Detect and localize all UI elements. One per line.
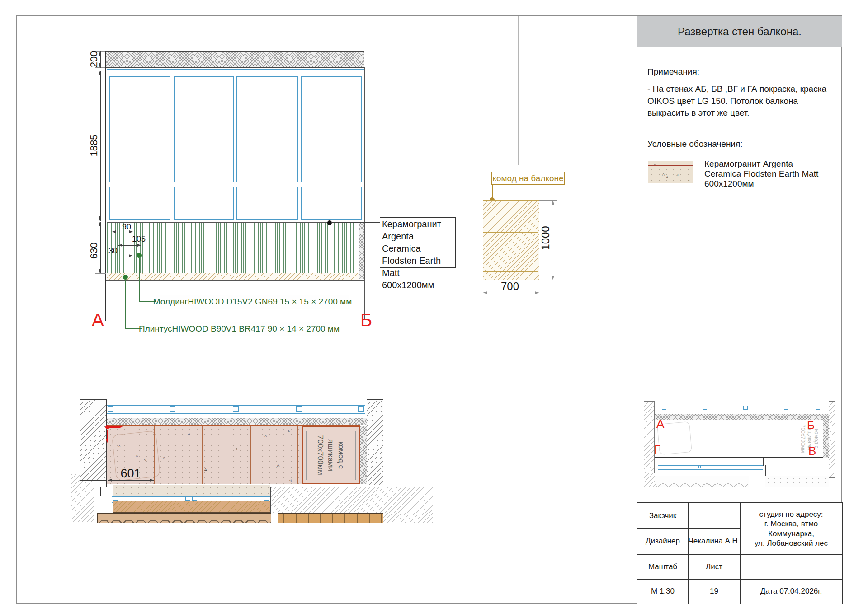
dim-panel: 630 — [90, 241, 99, 261]
texture-triangle: ▵ — [136, 453, 138, 459]
dim-wall: 1885 — [90, 133, 99, 158]
dim-105: 105 — [132, 234, 146, 244]
elevation-wall-line-right — [364, 67, 365, 320]
dim-30: 30 — [108, 246, 118, 256]
legend-tile-swatch: ◃ △ ▵ ◃ ▵ — [648, 161, 693, 183]
client-label: Закзчик — [637, 503, 688, 528]
miniplan-wall-g: Г — [654, 444, 660, 455]
designer-value: Чекалина А.Н. — [688, 528, 740, 554]
sheet-title-bar: Развертка стен балкона. — [637, 16, 842, 47]
dresser-label-box: комод на балконе — [491, 172, 565, 185]
dim-ceiling: 200 — [90, 50, 99, 68]
plan-floor-strip — [113, 485, 270, 496]
miniplan-railing-top — [655, 405, 822, 411]
window-pane — [174, 76, 234, 182]
legend-heading: Условные обозначения: — [647, 139, 743, 149]
date-value: Дата 07.04.2026г. — [740, 579, 842, 604]
studio-address: студия по адресу: г. Москва, втмо Коммун… — [740, 503, 842, 554]
window-pane — [301, 187, 362, 220]
tile-joint — [154, 426, 155, 484]
tile-joint — [297, 426, 298, 484]
window-pane — [236, 76, 298, 182]
wall-letter-b: Б — [360, 311, 372, 329]
plan-dresser-text: комод с ящиками 700х700мм — [303, 427, 359, 483]
skirting-strip — [107, 273, 359, 281]
miniplan-wall-b: Б — [807, 419, 815, 431]
plan-step-band — [113, 501, 271, 513]
sheet-number: 19 — [688, 579, 740, 604]
notes-heading: Примечания: — [647, 67, 699, 77]
legend-item-text: Керамогранит Argenta Ceramica Flodsten E… — [704, 159, 818, 189]
plan-dresser: комод с ящиками 700х700мм — [302, 426, 360, 484]
molding-marker-dot — [137, 253, 142, 258]
miniplan-wall-a: А — [656, 418, 664, 430]
designer-label: Дизайнер — [637, 528, 688, 554]
wall-letter-a: А — [92, 311, 104, 329]
window-pane — [301, 76, 362, 182]
tile-callout-box: Керамогранит Argenta Ceramica Flodsten E… — [380, 217, 456, 268]
dim-601-line — [108, 480, 154, 481]
window-pane — [236, 187, 298, 220]
tile-joint — [250, 426, 251, 484]
miniplan-step-band-left — [646, 476, 749, 487]
plinth-label: ПлинтусHIWOOD B90V1 BR417 90 × 14 × 2700… — [142, 322, 336, 336]
dim-floor-601: 601 — [110, 467, 151, 480]
plan-wave-band — [97, 513, 271, 523]
dim-630-line — [100, 222, 101, 273]
plan-lower-wall-mass — [270, 487, 433, 513]
plan-wall-left — [80, 399, 107, 481]
titleblock-table: Закзчик Дизайнер Чекалина А.Н. студия по… — [637, 502, 843, 604]
notes-body: - На стенах АБ, БВ ,ВГ и ГА покраска, кр… — [647, 83, 834, 119]
plan-wall-right — [367, 399, 383, 485]
elevation-wall-line-left — [105, 51, 106, 321]
plan-insulation — [107, 418, 367, 425]
tile-joint — [202, 426, 203, 484]
miniplan-wall-v: В — [808, 445, 816, 457]
sheet-label: Лист — [688, 554, 740, 579]
ceiling-hatch-band — [105, 51, 364, 68]
drawing-area-divider-line — [518, 16, 519, 165]
client-value — [688, 503, 740, 528]
molding-band — [107, 222, 359, 273]
miniplan-wall-right — [829, 401, 835, 478]
dim-700-line — [483, 293, 539, 293]
sheet-title: Развертка стен балкона. — [678, 25, 802, 38]
cornice-line — [107, 69, 364, 72]
plan-step-band-right — [278, 513, 383, 523]
balcony-elevation-sheet: Развертка стен балкона. Примечания: - На… — [0, 0, 868, 613]
scale-label: Маштаб — [637, 554, 688, 579]
miniplan-step-band-right — [765, 476, 829, 487]
plan-railing-top — [107, 405, 365, 414]
scale-value: М 1:30 — [637, 579, 688, 604]
dim-1885-line — [100, 71, 101, 221]
window-pane — [109, 76, 170, 182]
plinth-marker-dot — [123, 275, 128, 280]
dresser-drawers — [483, 200, 539, 280]
window-pane — [174, 187, 234, 220]
dim-dresser-h: 1000 — [541, 223, 550, 253]
miniplan-wall-left — [644, 401, 655, 473]
dim-1000-line — [553, 200, 553, 280]
miniplan-railing-bottom — [658, 465, 763, 470]
molding-label: МолдингHIWOOD D15V2 GN69 15 × 15 × 2700 … — [156, 295, 349, 309]
dim-dresser-w: 700 — [496, 281, 524, 292]
window-pane — [109, 187, 170, 220]
